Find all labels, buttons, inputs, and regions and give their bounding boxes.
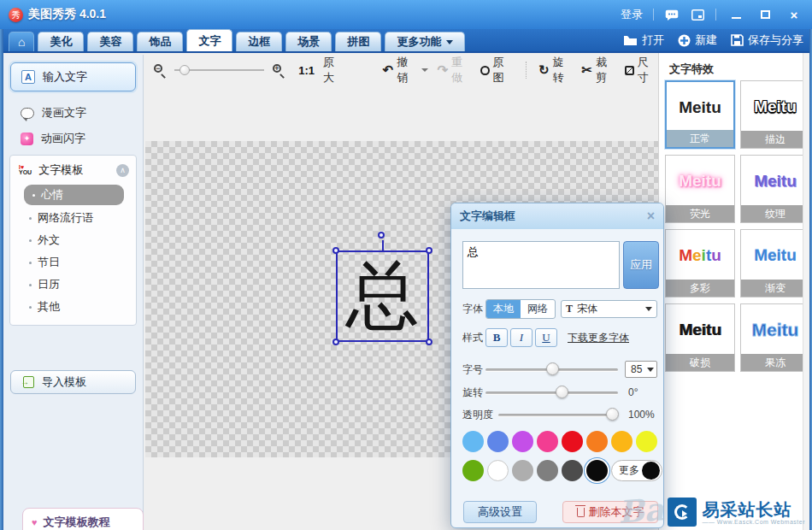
dialog-header[interactable]: 文字编辑框 × — [451, 203, 663, 229]
tab-scene[interactable]: 场景 — [285, 32, 332, 51]
advanced-settings-button[interactable]: 高级设置 — [463, 501, 537, 523]
skin-icon[interactable] — [690, 9, 705, 21]
effect-texture[interactable]: Meitu 纹理 — [740, 155, 810, 223]
effect-glow[interactable]: Meitu 荧光 — [665, 155, 735, 223]
color-swatch-selected[interactable] — [586, 460, 608, 481]
font-size-slider[interactable] — [485, 362, 618, 377]
color-swatch[interactable] — [512, 460, 533, 481]
effects-scrollbar[interactable] — [803, 53, 809, 530]
input-text-button[interactable]: A 输入文字 — [10, 62, 136, 91]
more-colors-button[interactable]: 更多 — [611, 460, 662, 481]
italic-button[interactable]: I — [510, 328, 533, 347]
opacity-slider-handle[interactable] — [606, 408, 619, 421]
undo-icon: ↶ — [383, 62, 394, 78]
zoom-out-icon[interactable]: − — [154, 64, 166, 77]
tab-home[interactable]: ⌂ — [9, 32, 34, 51]
effect-label: 荧光 — [666, 205, 734, 222]
rotate-button[interactable]: ↻ 旋转 — [538, 55, 574, 85]
color-swatch[interactable] — [512, 431, 533, 452]
open-button[interactable]: 打开 — [623, 32, 664, 48]
font-network-option[interactable]: 网络 — [521, 300, 555, 318]
save-share-button[interactable]: 保存与分享 — [731, 32, 803, 48]
redo-button[interactable]: ↷ 重做 — [437, 55, 472, 85]
template-item-festival[interactable]: 节日 — [10, 251, 136, 274]
color-swatch[interactable] — [487, 460, 509, 481]
text-input[interactable]: 总 — [462, 241, 620, 289]
color-swatch[interactable] — [562, 460, 583, 481]
tab-collage[interactable]: 拼图 — [335, 32, 381, 51]
apply-button[interactable]: 应用 — [623, 241, 659, 289]
color-swatch[interactable] — [537, 460, 558, 481]
comic-text-item[interactable]: 漫画文字 — [3, 100, 143, 126]
dialog-close-icon[interactable]: × — [647, 209, 655, 223]
effect-colorful[interactable]: Meitu 多彩 — [665, 229, 735, 297]
opacity-slider[interactable] — [498, 407, 618, 422]
color-swatch[interactable] — [537, 431, 558, 452]
template-item-foreign[interactable]: 外文 — [10, 229, 136, 251]
tab-decorate[interactable]: 饰品 — [137, 32, 183, 51]
zoom-in-icon[interactable]: + — [273, 64, 285, 77]
original-image-button[interactable]: 原图 — [480, 55, 514, 85]
template-item-other[interactable]: 其他 — [10, 296, 136, 318]
tab-beautify[interactable]: 美化 — [38, 32, 84, 51]
effect-jelly[interactable]: Meitu 果冻 — [740, 303, 810, 372]
tab-frame[interactable]: 边框 — [236, 32, 282, 51]
text-selection-box[interactable]: 总 — [336, 250, 429, 342]
color-swatch[interactable] — [487, 431, 509, 452]
close-button[interactable]: × — [785, 7, 803, 22]
underline-button[interactable]: U — [535, 328, 557, 347]
template-item-mood[interactable]: 心情 — [24, 185, 124, 205]
font-size-select[interactable]: 85 — [625, 361, 657, 378]
new-button[interactable]: 新建 — [678, 32, 717, 48]
feedback-icon[interactable] — [664, 9, 680, 21]
bold-button[interactable]: B — [485, 328, 508, 347]
text-template-header[interactable]: I♥YOU 文字模板 ∧ — [10, 156, 136, 183]
color-swatch[interactable] — [611, 431, 633, 452]
resize-handle-bottom-left[interactable] — [332, 339, 339, 345]
effect-gradient[interactable]: Meitu 渐变 — [740, 229, 810, 297]
chevron-down-icon[interactable] — [421, 68, 428, 72]
more-colors-label: 更多 — [619, 463, 639, 478]
minimize-button[interactable] — [727, 7, 745, 22]
maximize-button[interactable] — [756, 7, 774, 22]
color-swatch[interactable] — [562, 431, 583, 452]
download-fonts-link[interactable]: 下载更多字体 — [568, 331, 629, 345]
undo-button[interactable]: ↶ 撤销 — [383, 55, 429, 85]
login-link[interactable]: 登录 — [621, 7, 643, 22]
font-row: 字体 本地 网络 T 宋体 — [462, 299, 657, 319]
template-item-buzzwords[interactable]: 网络流行语 — [10, 207, 136, 229]
rotation-slider[interactable] — [485, 385, 618, 400]
zoom-slider-handle[interactable] — [179, 65, 190, 75]
effect-damaged[interactable]: Meitu 破损 — [665, 303, 735, 372]
color-swatch[interactable] — [462, 431, 484, 452]
original-size-button[interactable]: 原大 — [323, 55, 344, 85]
resize-handle-top-right[interactable] — [426, 247, 432, 254]
canvas-text[interactable]: 总 — [338, 252, 427, 340]
size-label: 尺寸 — [638, 55, 658, 85]
color-swatch[interactable] — [636, 431, 657, 452]
font-size-slider-handle[interactable] — [546, 362, 559, 375]
crop-button[interactable]: ✂ 裁剪 — [581, 55, 616, 85]
plus-icon — [678, 34, 691, 47]
effect-outline[interactable]: Meitu 描边 — [740, 80, 810, 149]
zoom-slider[interactable] — [174, 63, 264, 77]
open-label: 打开 — [642, 32, 664, 48]
color-swatch[interactable] — [586, 431, 608, 452]
animated-text-item[interactable]: ✦ 动画闪字 — [3, 126, 143, 151]
import-template-button[interactable]: 导入模板 — [10, 370, 136, 394]
tab-text[interactable]: 文字 — [186, 29, 232, 51]
template-tutorial-button[interactable]: ♥ 文字模板教程 — [22, 508, 144, 530]
resize-handle-bottom-right[interactable] — [426, 339, 432, 345]
resize-handle-top-left[interactable] — [332, 247, 339, 254]
tab-cosmetic[interactable]: 美容 — [87, 32, 133, 51]
size-button[interactable]: 尺寸 — [625, 55, 658, 85]
font-family-select[interactable]: T 宋体 — [561, 300, 657, 318]
template-item-calendar[interactable]: 日历 — [10, 274, 136, 296]
effect-normal[interactable]: Meitu 正常 — [665, 80, 735, 149]
collapse-icon[interactable]: ∧ — [116, 164, 129, 177]
color-swatch[interactable] — [462, 460, 484, 481]
rotation-slider-handle[interactable] — [556, 386, 568, 398]
tab-more-features[interactable]: 更多功能 — [385, 32, 465, 51]
font-local-option[interactable]: 本地 — [486, 300, 521, 318]
rotation-handle[interactable] — [378, 232, 385, 238]
